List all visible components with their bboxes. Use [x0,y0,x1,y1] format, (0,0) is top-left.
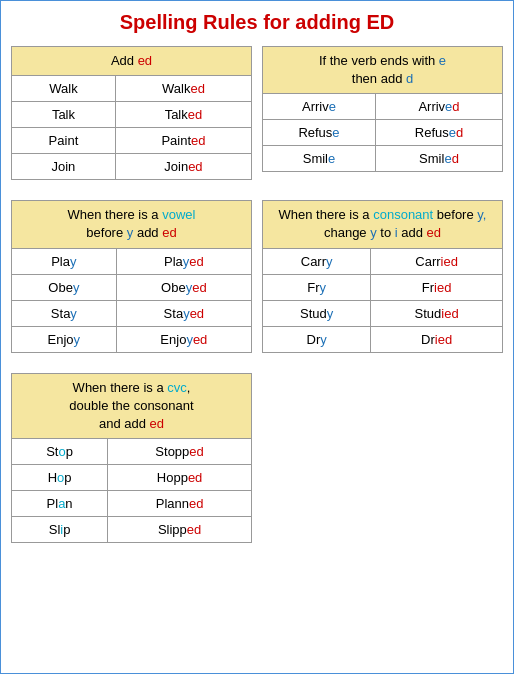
table-row: Stop Stopped [12,439,252,465]
table-row: Play Played [12,248,252,274]
table-row: Arrive Arrived [263,94,503,120]
table-row: Fry Fried [263,274,503,300]
table-row: Study Studied [263,300,503,326]
cvc-header: When there is a cvc,double the consonant… [12,373,252,439]
add-ed-header: Add ed [12,47,252,76]
table-row: Obey Obeyed [12,274,252,300]
table-row: Carry Carried [263,248,503,274]
table-consonant-before-y: When there is a consonant before y,chang… [262,200,503,352]
table-row: Stay Stayed [12,300,252,326]
table-row: Paint Painted [12,128,252,154]
table-row: Hop Hopped [12,465,252,491]
table-cvc: When there is a cvc,double the consonant… [11,373,252,544]
table-row: Plan Planned [12,491,252,517]
table-row: Enjoy Enjoyed [12,326,252,352]
table-row: Slip Slipped [12,517,252,543]
table-row: Walk Walked [12,76,252,102]
vowel-before-y-header: When there is a vowelbefore y add ed [12,201,252,248]
table-vowel-before-y: When there is a vowelbefore y add ed Pla… [11,200,252,352]
table-row: Talk Talked [12,102,252,128]
table-row: Smile Smiled [263,146,503,172]
table-row: Refuse Refused [263,120,503,146]
table-verb-ends-e: If the verb ends with ethen add d Arrive… [262,46,503,180]
consonant-before-y-header: When there is a consonant before y,chang… [263,201,503,248]
verb-ends-e-header: If the verb ends with ethen add d [263,47,503,94]
table-row: Join Joined [12,154,252,180]
page-title: Spelling Rules for adding ED [11,11,503,34]
table-add-ed: Add ed Walk Walked Talk Talked Paint Pai… [11,46,252,180]
table-row: Dry Dried [263,326,503,352]
